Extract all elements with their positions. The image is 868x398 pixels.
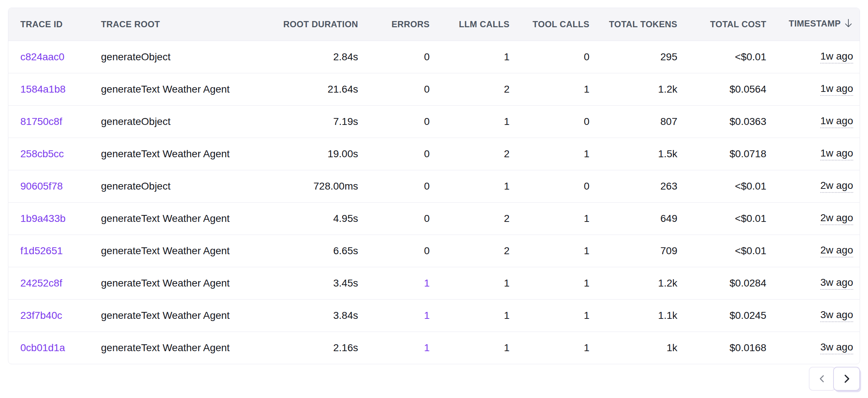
column-header-timestamp[interactable]: TIMESTAMP (775, 8, 860, 41)
tool-calls-value: 1 (584, 84, 589, 95)
tool-calls-cell: 1 (519, 332, 599, 364)
timestamp-cell: 1w ago (775, 138, 860, 170)
timestamp-value: 3w ago (820, 342, 853, 355)
column-header-trace-id[interactable]: TRACE ID (8, 8, 93, 41)
total-tokens-cell: 709 (599, 235, 686, 267)
errors-cell: 0 (367, 73, 439, 105)
total-cost-value: $0.0284 (730, 277, 766, 289)
timestamp-value: 1w ago (820, 148, 853, 161)
timestamp-cell: 2w ago (775, 202, 860, 235)
errors-cell: 0 (367, 202, 439, 235)
root-duration-value: 3.45s (333, 277, 358, 289)
tool-calls-value: 1 (584, 310, 589, 321)
table-row: f1d52651generateText Weather Agent6.65s0… (8, 235, 860, 267)
column-header-total-cost[interactable]: TOTAL COST (686, 8, 775, 41)
errors-cell: 0 (367, 235, 439, 267)
llm-calls-cell: 2 (439, 138, 519, 170)
trace-id-link[interactable]: f1d52651 (20, 245, 63, 256)
errors-cell: 0 (367, 105, 439, 138)
errors-value: 0 (424, 51, 430, 62)
timestamp-value: 2w ago (820, 180, 853, 193)
total-cost-cell: $0.0363 (686, 105, 775, 138)
traces-page: TRACE IDTRACE ROOTROOT DURATIONERRORSLLM… (0, 0, 868, 398)
errors-value: 1 (424, 310, 430, 321)
root-duration-value: 728.00ms (313, 180, 358, 192)
trace-id-link[interactable]: 1584a1b8 (20, 84, 66, 95)
root-duration-cell: 3.45s (255, 267, 367, 299)
timestamp-cell: 3w ago (775, 299, 860, 332)
trace-id-link[interactable]: 23f7b40c (20, 310, 62, 321)
column-label: ROOT DURATION (283, 19, 358, 29)
trace-id-link[interactable]: 24252c8f (20, 277, 62, 289)
trace-id-link[interactable]: c824aac0 (20, 51, 64, 62)
trace-id-link[interactable]: 258cb5cc (20, 148, 64, 159)
column-header-root-duration[interactable]: ROOT DURATION (255, 8, 367, 41)
errors-value: 0 (424, 180, 430, 192)
trace-root-value: generateText Weather Agent (101, 84, 230, 95)
errors-value: 0 (424, 148, 430, 159)
timestamp-value: 1w ago (820, 115, 853, 129)
llm-calls-cell: 1 (439, 332, 519, 364)
root-duration-cell: 7.19s (255, 105, 367, 138)
llm-calls-cell: 1 (439, 41, 519, 73)
total-tokens-cell: 1.1k (599, 299, 686, 332)
tool-calls-cell: 1 (519, 299, 599, 332)
column-header-errors[interactable]: ERRORS (367, 8, 439, 41)
trace-root-cell: generateText Weather Agent (93, 73, 255, 105)
total-cost-value: <$0.01 (735, 245, 766, 256)
column-label: TOOL CALLS (533, 19, 589, 29)
column-label: TOTAL TOKENS (609, 19, 677, 29)
table-row: 1b9a433bgenerateText Weather Agent4.95s0… (8, 202, 860, 235)
traces-table-card: TRACE IDTRACE ROOTROOT DURATIONERRORSLLM… (8, 8, 860, 364)
root-duration-value: 3.84s (333, 310, 358, 321)
errors-value: 0 (424, 245, 430, 256)
trace-id-cell: f1d52651 (8, 235, 93, 267)
column-header-tool-calls[interactable]: TOOL CALLS (519, 8, 599, 41)
prev-page-button[interactable] (809, 367, 836, 391)
trace-id-cell: 1b9a433b (8, 202, 93, 235)
total-cost-cell: <$0.01 (686, 41, 775, 73)
trace-id-cell: 23f7b40c (8, 299, 93, 332)
column-header-trace-root[interactable]: TRACE ROOT (93, 8, 255, 41)
trace-id-link[interactable]: 0cb01d1a (20, 342, 65, 353)
total-cost-value: $0.0564 (730, 84, 766, 95)
total-cost-cell: $0.0284 (686, 267, 775, 299)
total-tokens-value: 1.1k (658, 310, 677, 321)
total-cost-cell: $0.0718 (686, 138, 775, 170)
column-header-llm-calls[interactable]: LLM CALLS (439, 8, 519, 41)
root-duration-cell: 19.00s (255, 138, 367, 170)
tool-calls-value: 1 (584, 277, 589, 289)
column-label: TIMESTAMP (789, 19, 841, 28)
tool-calls-value: 0 (584, 180, 589, 192)
timestamp-cell: 3w ago (775, 332, 860, 364)
trace-root-cell: generateText Weather Agent (93, 138, 255, 170)
timestamp-value: 3w ago (820, 277, 853, 290)
tool-calls-value: 0 (584, 51, 589, 62)
trace-id-link[interactable]: 81750c8f (20, 116, 62, 127)
total-cost-value: $0.0718 (730, 148, 766, 159)
trace-root-cell: generateObject (93, 41, 255, 73)
root-duration-value: 6.65s (333, 245, 358, 256)
trace-id-link[interactable]: 1b9a433b (20, 213, 66, 224)
sort-desc-icon (844, 18, 853, 31)
total-tokens-value: 1.2k (658, 84, 677, 95)
trace-id-cell: 258cb5cc (8, 138, 93, 170)
table-row: 90605f78generateObject728.00ms010263<$0.… (8, 170, 860, 202)
next-page-button[interactable] (833, 367, 860, 391)
trace-root-cell: generateText Weather Agent (93, 267, 255, 299)
trace-id-link[interactable]: 90605f78 (20, 180, 63, 192)
total-cost-cell: $0.0245 (686, 299, 775, 332)
tool-calls-cell: 0 (519, 105, 599, 138)
total-tokens-cell: 1k (599, 332, 686, 364)
root-duration-value: 7.19s (333, 116, 358, 127)
trace-id-cell: c824aac0 (8, 41, 93, 73)
errors-cell: 0 (367, 170, 439, 202)
total-tokens-cell: 649 (599, 202, 686, 235)
tool-calls-cell: 0 (519, 41, 599, 73)
column-header-total-tokens[interactable]: TOTAL TOKENS (599, 8, 686, 41)
root-duration-cell: 6.65s (255, 235, 367, 267)
total-cost-value: $0.0168 (730, 342, 766, 353)
chevron-left-icon (817, 374, 827, 384)
tool-calls-value: 1 (584, 245, 589, 256)
total-tokens-value: 263 (660, 180, 677, 192)
